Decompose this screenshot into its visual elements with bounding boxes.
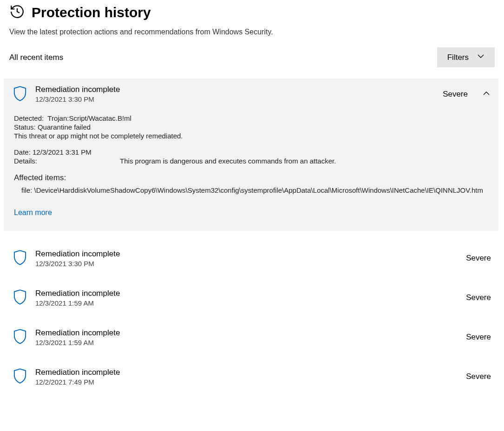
history-item: Remediation incomplete 12/2/2021 7:49 PM… bbox=[6, 358, 495, 397]
history-item: Remediation incomplete 12/3/2021 1:59 AM… bbox=[6, 279, 495, 318]
severity-label: Severe bbox=[466, 372, 491, 381]
learn-more-link[interactable]: Learn more bbox=[14, 209, 52, 217]
severity-label: Severe bbox=[466, 254, 491, 263]
item-title: Remediation incomplete bbox=[35, 328, 458, 338]
page-title: Protection history bbox=[32, 5, 151, 20]
shield-icon bbox=[13, 249, 27, 267]
item-details: Detected: Trojan:Script/Wacatac.B!ml Sta… bbox=[9, 114, 494, 231]
history-item-expanded: Remediation incomplete 12/3/2021 3:30 PM… bbox=[4, 78, 498, 231]
item-title: Remediation incomplete bbox=[35, 289, 458, 298]
item-timestamp: 12/3/2021 3:30 PM bbox=[35, 95, 434, 103]
item-title: Remediation incomplete bbox=[35, 368, 458, 377]
status-note: This threat or app might not be complete… bbox=[14, 132, 489, 140]
item-title: Remediation incomplete bbox=[35, 85, 434, 94]
filters-button[interactable]: Filters bbox=[437, 47, 495, 67]
affected-file-path: file: \Device\HarddiskVolumeShadowCopy6\… bbox=[21, 185, 489, 196]
severity-label: Severe bbox=[443, 90, 468, 99]
chevron-down-icon bbox=[477, 52, 484, 62]
item-timestamp: 12/2/2021 7:49 PM bbox=[35, 378, 458, 386]
history-icon bbox=[9, 4, 25, 21]
section-label: All recent items bbox=[9, 53, 63, 62]
history-item-header[interactable]: Remediation incomplete 12/3/2021 1:59 AM… bbox=[6, 279, 495, 318]
details-label: Details: bbox=[14, 157, 37, 165]
severity-label: Severe bbox=[466, 293, 491, 302]
history-item: Remediation incomplete 12/3/2021 3:30 PM… bbox=[6, 239, 495, 279]
shield-icon bbox=[13, 368, 27, 385]
page-subtitle: View the latest protection actions and r… bbox=[9, 28, 495, 36]
affected-heading: Affected items: bbox=[14, 173, 489, 183]
history-item-header[interactable]: Remediation incomplete 12/3/2021 1:59 AM… bbox=[6, 318, 495, 358]
date-label: Date: bbox=[14, 148, 31, 156]
severity-label: Severe bbox=[466, 333, 491, 342]
chevron-up-icon bbox=[476, 90, 490, 99]
history-item-header[interactable]: Remediation incomplete 12/2/2021 7:49 PM… bbox=[6, 358, 495, 397]
item-timestamp: 12/3/2021 1:59 AM bbox=[35, 339, 458, 346]
detected-value: Trojan:Script/Wacatac.B!ml bbox=[47, 114, 131, 122]
date-value: 12/3/2021 3:31 PM bbox=[33, 148, 92, 156]
item-title: Remediation incomplete bbox=[35, 249, 458, 259]
history-item-header[interactable]: Remediation incomplete 12/3/2021 3:30 PM… bbox=[6, 239, 495, 279]
shield-icon bbox=[13, 289, 27, 307]
detected-label: Detected: bbox=[14, 114, 44, 122]
history-item-header[interactable]: Remediation incomplete 12/3/2021 3:30 PM… bbox=[9, 78, 494, 114]
history-item: Remediation incomplete 12/3/2021 1:59 AM… bbox=[6, 318, 495, 358]
item-timestamp: 12/3/2021 1:59 AM bbox=[35, 299, 458, 307]
item-timestamp: 12/3/2021 3:30 PM bbox=[35, 260, 458, 268]
shield-icon bbox=[13, 85, 27, 103]
status-value: Quarantine failed bbox=[38, 123, 91, 131]
status-label: Status: bbox=[14, 123, 36, 131]
shield-icon bbox=[13, 328, 27, 346]
filters-label: Filters bbox=[447, 53, 469, 62]
details-value: This program is dangerous and executes c… bbox=[120, 157, 336, 165]
